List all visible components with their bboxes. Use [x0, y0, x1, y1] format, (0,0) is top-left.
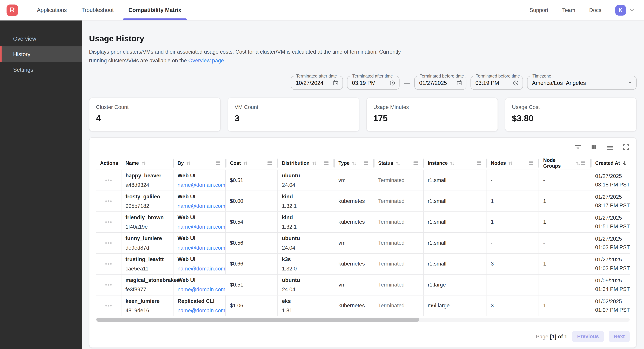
nav-tab-applications[interactable]: Applications: [30, 0, 74, 20]
fullscreen-icon[interactable]: [622, 143, 630, 151]
cluster-name: happy_beaver: [126, 172, 173, 179]
column-header-status[interactable]: Status: [374, 157, 424, 170]
row-actions-button[interactable]: [103, 282, 114, 288]
created-by-source: Web UI: [178, 235, 225, 242]
column-menu-icon[interactable]: [529, 162, 533, 165]
filter-bar: Terminated after date 10/27/2024 Termina…: [89, 76, 637, 90]
stat-value: $3.80: [512, 114, 630, 123]
terminated-before-time-value[interactable]: 03:19 PM: [476, 80, 499, 86]
terminated-after-date-label: Terminated after date: [294, 73, 338, 78]
stat-label: Usage Minutes: [373, 104, 491, 110]
column-header-nodes[interactable]: Nodes: [487, 157, 539, 170]
column-header-cost[interactable]: Cost: [226, 157, 278, 170]
horizontal-scrollbar-thumb[interactable]: [96, 318, 419, 322]
cell-instance: r1.small: [424, 233, 486, 253]
row-actions-button[interactable]: [103, 261, 114, 267]
cell-nodes: 3: [486, 254, 539, 274]
column-menu-icon[interactable]: [324, 162, 328, 165]
cell-cost: $0.51: [226, 275, 278, 295]
avatar[interactable]: K: [615, 5, 626, 15]
filter-icon[interactable]: [574, 143, 582, 151]
created-by-email-link[interactable]: name@domain.com: [178, 307, 225, 314]
density-icon[interactable]: [606, 143, 614, 151]
created-by-source: Web UI: [178, 277, 226, 283]
nav-link-docs[interactable]: Docs: [589, 7, 601, 13]
type-value: kubernetes: [338, 302, 374, 309]
nav-tab-troubleshoot[interactable]: Troubleshoot: [74, 0, 121, 20]
created-time: 03:18 PM PST: [595, 181, 630, 188]
calendar-icon[interactable]: [329, 80, 339, 86]
row-actions-button[interactable]: [103, 178, 114, 183]
cell-distribution: eks1.31: [278, 296, 334, 316]
row-actions-button[interactable]: [103, 240, 114, 246]
column-menu-icon[interactable]: [216, 162, 220, 165]
page-indicator: Page [1] of 1: [536, 334, 568, 340]
column-menu-icon[interactable]: [414, 162, 418, 165]
nav-tab-compatibility-matrix[interactable]: Compatibility Matrix: [121, 0, 189, 20]
clock-icon[interactable]: [386, 80, 395, 86]
created-by-email-link[interactable]: name@domain.com: [178, 203, 225, 209]
column-header-by[interactable]: By: [173, 157, 226, 170]
created-by-email-link[interactable]: name@domain.com: [178, 182, 225, 188]
column-header-instance[interactable]: Instance: [424, 157, 487, 170]
column-menu-icon[interactable]: [581, 162, 586, 165]
node-groups-value: -: [543, 282, 591, 288]
column-header-type[interactable]: Type: [334, 157, 374, 170]
timezone-select[interactable]: Timezone America/Los_Angeles: [527, 76, 637, 90]
previous-page-button[interactable]: Previous: [572, 331, 604, 342]
sidebar-item-overview[interactable]: Overview: [0, 31, 82, 46]
status-value: Terminated: [378, 261, 423, 267]
terminated-before-time-field[interactable]: Terminated before time 03:19 PM: [470, 76, 523, 90]
next-page-button[interactable]: Next: [608, 331, 630, 342]
column-menu-icon[interactable]: [268, 162, 272, 165]
created-by-email-link[interactable]: name@domain.com: [178, 245, 225, 251]
terminated-after-date-value[interactable]: 10/27/2024: [296, 80, 323, 86]
columns-icon[interactable]: [590, 143, 598, 151]
nav-link-support[interactable]: Support: [530, 7, 548, 13]
column-header-node_groups[interactable]: Node Groups: [539, 157, 591, 170]
sort-arrows-icon: [312, 160, 317, 166]
created-by-source: Web UI: [178, 256, 225, 262]
cell-status: Terminated: [374, 212, 424, 232]
sidebar-item-settings[interactable]: Settings: [0, 62, 82, 77]
column-header-distribution[interactable]: Distribution: [278, 157, 334, 170]
created-by-source: Replicated CLI: [178, 298, 225, 304]
terminated-after-time-field[interactable]: Terminated after time 03:19 PM: [347, 76, 400, 90]
row-actions-button[interactable]: [103, 303, 114, 309]
column-label-instance: Instance: [428, 160, 448, 166]
account-menu[interactable]: K: [615, 5, 635, 15]
terminated-after-date-field[interactable]: Terminated after date 10/27/2024: [291, 76, 343, 90]
terminated-after-time-value[interactable]: 03:19 PM: [352, 80, 376, 86]
table-row: frosty_galileo995b7182Web UIname@domain.…: [96, 191, 630, 212]
row-actions-button[interactable]: [103, 198, 114, 204]
cell-created_at: 01/27/202503:17 PM PST: [591, 191, 630, 212]
row-actions-button[interactable]: [103, 219, 114, 225]
calendar-icon[interactable]: [453, 80, 462, 86]
column-header-created_at[interactable]: Created At: [591, 157, 630, 170]
column-header-actions: Actions: [96, 157, 122, 170]
cell-created_at: 01/09/202501:34 PM PST: [591, 275, 630, 295]
overview-page-link[interactable]: Overview page: [188, 57, 224, 63]
dropdown-caret-icon[interactable]: [624, 80, 632, 85]
timezone-value[interactable]: America/Los_Angeles: [532, 80, 586, 86]
cell-by: Web UIname@domain.com: [173, 233, 226, 253]
nav-link-team[interactable]: Team: [562, 7, 575, 13]
created-by-email-link[interactable]: name@domain.com: [178, 286, 226, 293]
sidebar-item-history[interactable]: History: [0, 46, 82, 62]
terminated-before-date-value[interactable]: 01/27/2025: [419, 80, 447, 86]
column-menu-icon[interactable]: [364, 162, 368, 165]
replicated-logo-icon[interactable]: R: [6, 4, 18, 16]
column-menu-icon[interactable]: [476, 162, 481, 165]
instance-value: r1.small: [428, 240, 486, 246]
cost-value: $0.54: [230, 219, 278, 225]
sort-arrows-icon: [352, 160, 357, 166]
app-viewport: R Applications Troubleshoot Compatibilit…: [0, 0, 644, 349]
clock-icon[interactable]: [510, 80, 519, 86]
created-by-email-link[interactable]: name@domain.com: [178, 265, 225, 272]
terminated-before-date-field[interactable]: Terminated before date 01/27/2025: [414, 76, 466, 90]
column-header-name[interactable]: Name: [121, 157, 173, 170]
created-by-email-link[interactable]: name@domain.com: [178, 224, 225, 230]
page-word: Page: [536, 334, 548, 340]
created-time: 01:03 PM PST: [595, 244, 630, 251]
created-date: 01/27/2025: [595, 215, 630, 221]
